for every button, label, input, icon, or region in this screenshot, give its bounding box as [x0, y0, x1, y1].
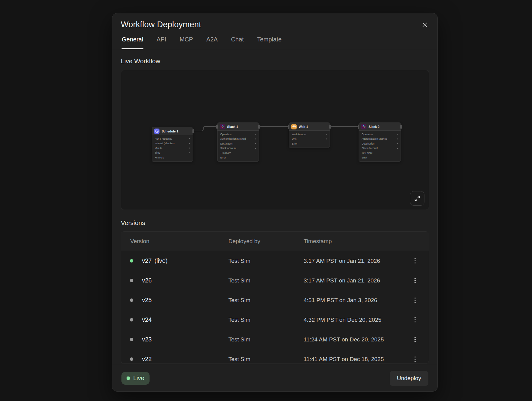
field-port-dot	[397, 139, 398, 139]
version-row: v27 (live) Test Sim 3:17 AM PST on Jan 2…	[121, 251, 429, 271]
node-field: Error	[289, 141, 330, 146]
node-field-label: Error	[220, 156, 226, 159]
node-field-label: +26 more	[362, 152, 372, 155]
node-field: Authentication Method	[218, 137, 259, 142]
input-port	[288, 125, 289, 129]
field-port-dot	[255, 139, 256, 139]
kebab-menu-icon	[414, 298, 416, 299]
field-port-dot	[189, 152, 190, 153]
node-field-label: Unit	[292, 137, 296, 140]
node-title: Slack 1	[227, 125, 238, 129]
node-header: Schedule 1	[152, 127, 193, 135]
node-field-label: Interval (Minutes)	[155, 142, 175, 145]
timer-icon	[291, 124, 297, 129]
node-fields: Wait AmountUnitError	[289, 131, 330, 148]
node-field-label: Run Frequency	[155, 137, 172, 140]
timestamp: 11:41 AM PST on Dec 18, 2025	[304, 356, 401, 363]
node-field: +26 more	[359, 151, 401, 155]
node-field: Run Frequency	[152, 136, 193, 141]
dialog-title: Workflow Deployment	[121, 20, 428, 29]
row-menu-button[interactable]	[410, 256, 421, 266]
node-header: Slack 1	[218, 123, 259, 131]
deployed-by: Test Sim	[228, 317, 304, 323]
versions-table-body: v27 (live) Test Sim 3:17 AM PST on Jan 2…	[121, 251, 429, 364]
row-menu-button[interactable]	[410, 334, 421, 345]
node-field-label: +26 more	[220, 152, 231, 155]
version-label: v27	[142, 257, 152, 264]
tab-general[interactable]: General	[121, 36, 143, 49]
dialog-content: Live Workflow Schedule 1 Run FrequencyIn…	[112, 57, 437, 364]
version-row: v26 Test Sim 3:17 AM PST on Jan 21, 2026	[121, 271, 429, 290]
node-field: Unit	[289, 137, 330, 142]
kebab-menu-icon	[414, 278, 416, 279]
node-fields: OperationAuthentication MethodDestinatio…	[218, 131, 259, 161]
close-button[interactable]	[420, 20, 430, 30]
field-port-dot	[255, 134, 256, 135]
deployed-by: Test Sim	[228, 277, 304, 284]
field-port-dot	[397, 148, 398, 149]
version-status-dot	[130, 259, 133, 262]
node-field: +6 more	[152, 155, 193, 160]
node-field: Interval (Minutes)	[152, 141, 193, 146]
field-port-dot	[397, 143, 398, 144]
version-status-dot	[130, 357, 133, 361]
dialog-footer: Live Undeploy	[112, 365, 437, 391]
tab-a2a[interactable]: A2A	[206, 36, 218, 49]
node-field-label: Slack Account	[362, 147, 378, 150]
version-live-suffix: (live)	[154, 257, 167, 264]
field-port-dot	[255, 143, 256, 144]
node-fields: Run FrequencyInterval (Minutes)MinuteTim…	[152, 135, 193, 161]
deployed-by: Test Sim	[228, 336, 304, 343]
node-field-label: Operation	[362, 133, 373, 136]
tab-template[interactable]: Template	[257, 36, 282, 49]
deployed-by: Test Sim	[228, 356, 304, 363]
node-title: Slack 2	[369, 125, 379, 129]
versions-table: Version Deployed by Timestamp v27 (live)…	[121, 231, 429, 364]
versions-heading: Versions	[121, 219, 429, 227]
version-row: v25 Test Sim 4:51 PM PST on Jan 3, 2026	[121, 290, 429, 310]
node-field: Minute	[152, 146, 193, 151]
undeploy-button[interactable]: Undeploy	[390, 371, 428, 386]
node-header: Slack 2	[359, 123, 401, 131]
field-port-dot	[326, 134, 327, 135]
node-slack-1: Slack 1 OperationAuthentication MethodDe…	[217, 122, 259, 162]
node-title: Schedule 1	[162, 129, 178, 133]
kebab-menu-icon	[414, 258, 416, 259]
live-workflow-heading: Live Workflow	[121, 57, 429, 65]
tab-mcp[interactable]: MCP	[179, 36, 193, 49]
field-port-dot	[189, 148, 190, 148]
tab-chat[interactable]: Chat	[231, 36, 244, 49]
kebab-menu-icon	[414, 357, 416, 358]
field-port-dot	[397, 134, 398, 135]
node-field: Destination	[218, 141, 259, 146]
kebab-menu-icon	[414, 337, 416, 338]
expand-canvas-button[interactable]	[410, 191, 424, 206]
node-field-label: Destination	[362, 142, 375, 145]
timestamp: 3:17 AM PST on Jan 21, 2026	[304, 258, 401, 264]
node-field: Authentication Method	[359, 137, 401, 142]
node-header: Wait 1	[289, 123, 330, 131]
timestamp: 3:17 AM PST on Jan 21, 2026	[304, 277, 401, 284]
tab-bar: General API MCP A2A Chat Template	[112, 36, 437, 49]
row-menu-button[interactable]	[410, 275, 421, 286]
row-menu-button[interactable]	[410, 295, 421, 306]
version-status-dot	[130, 279, 133, 282]
node-field: Slack Account	[218, 146, 259, 151]
node-field-label: Authentication Method	[220, 137, 246, 140]
deployed-by: Test Sim	[228, 258, 304, 264]
version-label: v22	[142, 356, 152, 363]
node-field-label: Slack Account	[220, 147, 236, 150]
version-label: v26	[142, 277, 152, 284]
version-label: v25	[142, 297, 152, 304]
node-field: Wait Amount	[289, 132, 330, 137]
node-field-label: Error	[362, 156, 367, 159]
live-status-label: Live	[133, 375, 144, 382]
row-menu-button[interactable]	[410, 315, 421, 325]
node-field-label: Wait Amount	[292, 133, 306, 136]
row-menu-button[interactable]	[410, 354, 421, 364]
tab-api[interactable]: API	[156, 36, 166, 49]
output-port	[329, 125, 331, 129]
workflow-deployment-dialog: Workflow Deployment General API MCP A2A …	[112, 13, 438, 392]
field-port-dot	[189, 138, 190, 139]
workflow-canvas: Schedule 1 Run FrequencyInterval (Minute…	[121, 70, 429, 210]
